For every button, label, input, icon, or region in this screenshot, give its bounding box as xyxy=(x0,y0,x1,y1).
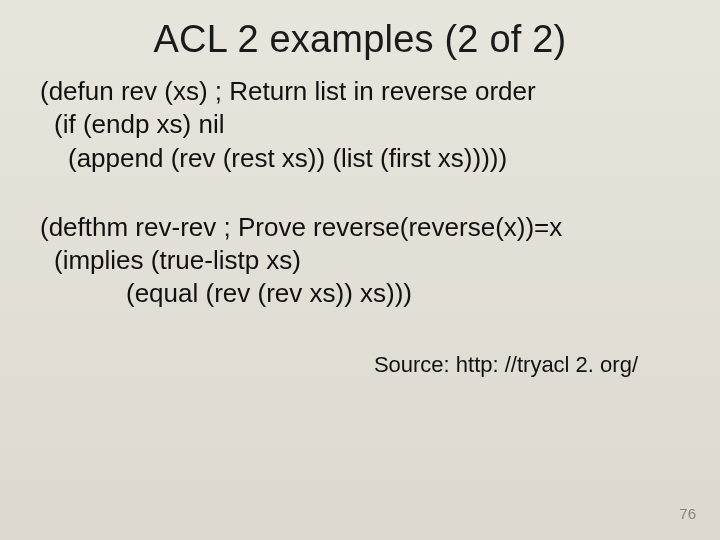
slide-body: (defun rev (xs) ; Return list in reverse… xyxy=(0,75,720,379)
code-line: (append (rev (rest xs)) (list (first xs)… xyxy=(40,142,680,175)
code-line: (defun rev (xs) ; Return list in reverse… xyxy=(40,75,680,108)
code-line: (if (endp xs) nil xyxy=(40,108,680,141)
code-line: (defthm rev-rev ; Prove reverse(reverse(… xyxy=(40,211,680,244)
slide: ACL 2 examples (2 of 2) (defun rev (xs) … xyxy=(0,0,720,540)
code-block-defthm: (defthm rev-rev ; Prove reverse(reverse(… xyxy=(40,211,680,311)
code-block-defun: (defun rev (xs) ; Return list in reverse… xyxy=(40,75,680,175)
code-line: (equal (rev (rev xs)) xs))) xyxy=(40,277,680,310)
source-line: Source: http: //tryacl 2. org/ xyxy=(40,347,680,379)
slide-title: ACL 2 examples (2 of 2) xyxy=(0,0,720,75)
code-line: (implies (true-listp xs) xyxy=(40,244,680,277)
page-number: 76 xyxy=(679,505,696,522)
